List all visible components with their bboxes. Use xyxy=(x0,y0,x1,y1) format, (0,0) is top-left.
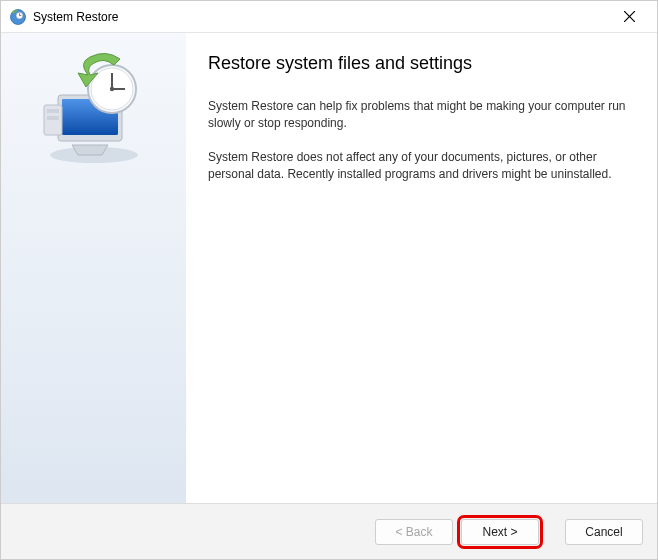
content-area: Restore system files and settings System… xyxy=(1,33,657,503)
window-title: System Restore xyxy=(33,10,609,24)
svg-rect-16 xyxy=(47,109,59,113)
system-restore-window: System Restore xyxy=(0,0,658,560)
svg-rect-17 xyxy=(47,116,59,120)
close-icon xyxy=(624,11,635,22)
system-restore-icon xyxy=(9,8,27,26)
svg-point-14 xyxy=(109,87,113,91)
wizard-footer: < Back Next > Cancel xyxy=(1,503,657,559)
page-heading: Restore system files and settings xyxy=(208,53,627,74)
next-button[interactable]: Next > xyxy=(461,519,539,545)
sidebar xyxy=(1,33,186,503)
back-button: < Back xyxy=(375,519,453,545)
main-panel: Restore system files and settings System… xyxy=(186,33,657,503)
cancel-button[interactable]: Cancel xyxy=(565,519,643,545)
titlebar: System Restore xyxy=(1,1,657,33)
description-para-2: System Restore does not affect any of yo… xyxy=(208,149,627,184)
restore-illustration xyxy=(34,51,154,171)
description-para-1: System Restore can help fix problems tha… xyxy=(208,98,627,133)
close-button[interactable] xyxy=(609,3,649,31)
